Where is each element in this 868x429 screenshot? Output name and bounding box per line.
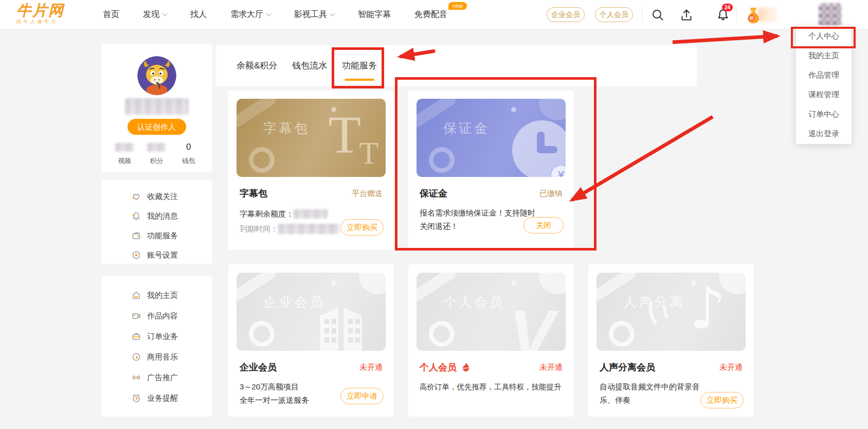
certify-creator-button[interactable]: 认证创作人: [128, 119, 186, 135]
disc-icon: [131, 352, 141, 362]
platform-gift-tag: 平台赠送: [352, 189, 383, 199]
apply-now-button[interactable]: 立即申请: [340, 388, 384, 404]
clock-icon: ¥: [512, 120, 566, 177]
settings-icon: [131, 250, 141, 260]
site-logo[interactable]: 牛片网 找牛人做牛片: [16, 3, 64, 25]
menu-item-works-management[interactable]: 作品管理: [796, 65, 852, 85]
banner-ring-decoration: [249, 147, 275, 173]
header-divider: [642, 8, 642, 22]
sidebar-item-favorites[interactable]: 收藏关注: [101, 187, 212, 206]
menu-item-order-center[interactable]: 订单中心: [796, 104, 852, 124]
music-note-icon: ♪: [690, 275, 726, 342]
page: 牛片网 找牛人做牛片 首页 发现 找人 需求大厅 影视工具 智能字幕 免费配音n…: [0, 0, 868, 429]
profile-avatar[interactable]: [137, 56, 176, 95]
card-description: 自动提取音频文件中的背景音乐、伴奏: [600, 380, 707, 407]
top-navbar: 牛片网 找牛人做牛片 首页 发现 找人 需求大厅 影视工具 智能字幕 免费配音n…: [0, 0, 868, 29]
buy-now-button[interactable]: 立即购买: [700, 392, 744, 408]
wallet-tabbar: 余额&积分 钱包流水 功能服务: [216, 45, 697, 86]
nav-smart-subtitle[interactable]: 智能字幕: [358, 9, 391, 20]
letter-T-icon: T: [328, 108, 361, 162]
banner-corner-decoration: [539, 273, 566, 294]
banner-corner-decoration: [539, 99, 566, 120]
broadcast-icon: [131, 372, 141, 383]
nav-home[interactable]: 首页: [103, 9, 119, 20]
chevron-down-icon: [330, 11, 335, 16]
buildings-icon: [318, 296, 367, 351]
stat-wallet[interactable]: 0 钱包: [174, 140, 203, 166]
subtitle-pack-card: 字幕包 T T 字幕包 平台赠送 字幕剩余额度： 到期时间： 立即购买: [228, 91, 394, 250]
banner-watermark: 保证金: [443, 119, 490, 137]
sidebar-item-account-settings[interactable]: 账号设置: [101, 245, 212, 265]
points-moneybag-icon[interactable]: 积: [745, 6, 762, 26]
card-title: 个人会员 HOT: [420, 361, 471, 373]
user-avatar[interactable]: [819, 3, 841, 26]
sidebar-item-ad-promotion[interactable]: 广告推广: [101, 367, 212, 388]
alarm-icon: [131, 393, 141, 403]
search-icon[interactable]: [651, 8, 664, 24]
card-title: 字幕包: [240, 187, 267, 200]
tab-balance-points[interactable]: 余额&积分: [236, 45, 278, 86]
quota-value-blurred: [294, 209, 328, 219]
subtitle-pack-banner: 字幕包 T T: [237, 99, 386, 177]
menu-item-logout[interactable]: 退出登录: [796, 124, 852, 144]
sidebar-item-works-content[interactable]: 作品内容: [101, 306, 212, 326]
banner-watermark: 字幕包: [263, 119, 310, 137]
deposit-banner: 保证金 ¥: [417, 99, 566, 177]
sidebar-item-business-reminder[interactable]: 业务提醒: [101, 388, 212, 408]
banner-ring-decoration: [429, 147, 455, 173]
sidebar-item-commercial-music[interactable]: 商用音乐: [101, 347, 212, 367]
svg-text:积: 积: [749, 16, 754, 21]
personal-member-card: 个人会员 V 个人会员 HOT 未开通 高价订单，优先推荐，工具特权，技能提升: [408, 264, 574, 417]
banner-ring-decoration: [609, 321, 635, 347]
close-deposit-button[interactable]: 关闭: [523, 217, 564, 234]
stat-videos[interactable]: 视频: [110, 140, 139, 166]
deposit-card: 保证金 ¥ 保证金 已缴纳 报名需求须缴纳保证金！支持随时关闭退还！ 关闭: [408, 91, 574, 250]
yen-badge-icon: ¥: [550, 165, 566, 177]
stat-points[interactable]: 积分: [142, 140, 171, 166]
expire-value-blurred: [278, 224, 339, 234]
enterprise-member-button[interactable]: 企业会员: [547, 7, 585, 22]
profile-card: 认证创作人 视频 积分 0 钱包: [101, 44, 212, 172]
menu-item-personal-center[interactable]: 个人中心: [796, 26, 852, 46]
home-icon: [131, 290, 141, 300]
buy-now-button[interactable]: 立即购买: [340, 219, 384, 236]
sidebar-menu-group-2: 我的主页 作品内容 订单业务 商用音乐 广告推广 业务提醒: [101, 276, 212, 417]
username-blurred: [125, 98, 189, 115]
sidebar-item-order-business[interactable]: 订单业务: [101, 326, 212, 347]
upload-icon[interactable]: [680, 8, 693, 24]
inactive-status-tag: 未开通: [359, 363, 383, 372]
personal-member-button[interactable]: 个人会员: [595, 7, 633, 22]
enterprise-banner: 企业会员: [237, 273, 386, 351]
notification-count-badge: 24: [722, 4, 733, 11]
stat-value-blurred: [147, 143, 166, 152]
personal-member-banner: 个人会员 V: [417, 273, 566, 351]
card-description: 高价订单，优先推荐，工具特权，技能提升: [420, 380, 566, 394]
tab-function-services[interactable]: 功能服务: [341, 45, 377, 86]
menu-item-my-homepage[interactable]: 我的主页: [796, 46, 852, 65]
card-description: 报名需求须缴纳保证金！支持随时关闭退还！: [420, 206, 539, 233]
nav-discover[interactable]: 发现: [143, 9, 167, 20]
stat-value-blurred: [115, 143, 134, 152]
banner-dot-decoration: [331, 281, 336, 286]
menu-item-course-management[interactable]: 课程管理: [796, 85, 852, 104]
tab-wallet-flow[interactable]: 钱包流水: [292, 45, 328, 86]
vocal-separation-card: 人声分离 ♪ 人声分离会员 未开通 自动提取音频文件中的背景音乐、伴奏 立即购买: [588, 264, 754, 417]
card-title: 人声分离会员: [600, 361, 655, 373]
card-title: 保证金: [420, 187, 447, 200]
hot-flame-icon: HOT: [461, 362, 471, 372]
sidebar-item-my-homepage[interactable]: 我的主页: [101, 285, 212, 306]
vocal-separation-banner: 人声分离 ♪: [596, 273, 746, 351]
banner-watermark: 企业会员: [263, 293, 325, 311]
letter-V-icon: V: [509, 300, 554, 351]
nav-find-people[interactable]: 找人: [190, 9, 207, 20]
banner-corner-decoration: [359, 273, 386, 294]
banner-dot-decoration: [511, 281, 516, 286]
inactive-status-tag: 未开通: [539, 363, 563, 372]
heart-icon: [131, 191, 141, 202]
nav-free-dubbing[interactable]: 免费配音new: [414, 9, 447, 20]
sidebar-item-services[interactable]: 功能服务: [101, 226, 212, 245]
nav-film-tools[interactable]: 影视工具: [294, 9, 334, 20]
sidebar-item-messages[interactable]: 我的消息: [101, 206, 212, 226]
nav-demand-hall[interactable]: 需求大厅: [230, 9, 270, 20]
notifications-bell-icon[interactable]: 24: [716, 8, 730, 24]
